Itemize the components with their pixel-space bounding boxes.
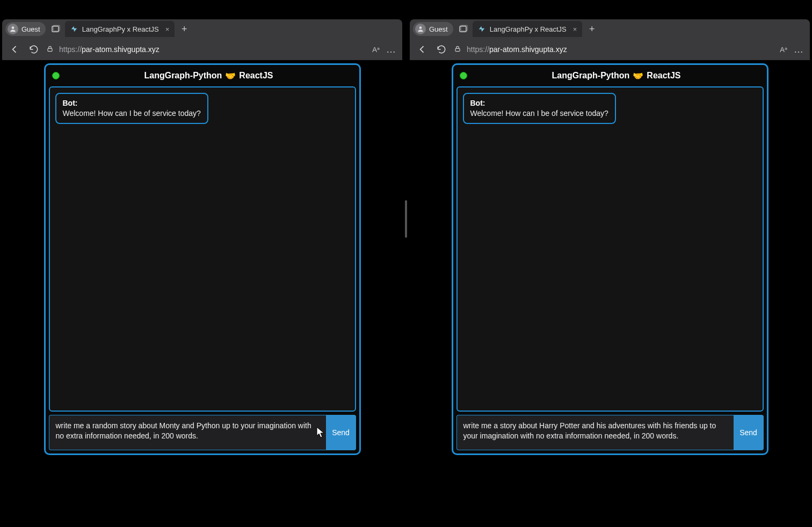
browser-tab[interactable]: LangGraphPy x ReactJS × — [473, 21, 583, 37]
url-host: par-atom.shivgupta.xyz — [489, 45, 567, 54]
address-bar: https://par-atom.shivgupta.xyz Aᵃ … — [2, 39, 402, 60]
back-button[interactable] — [8, 42, 21, 56]
tab-title: LangGraphPy x ReactJS — [490, 25, 567, 33]
tab-overview-button[interactable] — [456, 23, 469, 35]
new-tab-button[interactable]: + — [585, 23, 598, 35]
browser-window-left: Guest LangGraphPy x ReactJS × + — [0, 0, 404, 527]
app-title: LangGraph-Python 🤝 ReactJS — [65, 71, 353, 81]
tab-favicon-icon — [70, 25, 78, 33]
refresh-button[interactable] — [434, 42, 448, 56]
svg-point-0 — [12, 26, 15, 29]
url-scheme: https:// — [59, 45, 82, 54]
chat-message-pane[interactable]: Bot: Welcome! How can I be of service to… — [49, 86, 356, 412]
message-input[interactable] — [456, 415, 734, 450]
message-text: Welcome! How can I be of service today? — [470, 109, 608, 118]
lock-icon — [46, 45, 55, 54]
status-dot-icon — [460, 72, 467, 79]
send-button[interactable]: Send — [734, 415, 764, 450]
browser-tab[interactable]: LangGraphPy x ReactJS × — [65, 21, 175, 37]
handshake-icon: 🤝 — [633, 71, 643, 81]
address-bar: https://par-atom.shivgupta.xyz Aᵃ … — [410, 39, 810, 60]
more-menu-icon[interactable]: … — [794, 44, 804, 55]
tab-close-icon[interactable]: × — [573, 25, 577, 33]
svg-rect-7 — [455, 48, 460, 51]
new-tab-button[interactable]: + — [178, 23, 191, 35]
profile-label: Guest — [429, 25, 448, 33]
browser-chrome: Guest LangGraphPy x ReactJS × + — [410, 19, 810, 60]
profile-avatar-icon — [8, 24, 18, 34]
composer: Send — [49, 415, 356, 450]
profile-label: Guest — [21, 25, 40, 33]
browser-window-right: Guest LangGraphPy x ReactJS × + — [408, 0, 812, 527]
composer: Send — [456, 415, 764, 450]
svg-point-4 — [419, 26, 422, 29]
chat-app-frame: LangGraph-Python 🤝 ReactJS Bot: Welcome!… — [44, 63, 361, 455]
tab-favicon-icon — [478, 25, 485, 33]
app-titlebar: LangGraph-Python 🤝 ReactJS — [456, 68, 764, 83]
profile-chip[interactable]: Guest — [5, 22, 46, 36]
bot-message-bubble: Bot: Welcome! How can I be of service to… — [55, 93, 208, 124]
tab-close-icon[interactable]: × — [165, 25, 170, 33]
profile-chip[interactable]: Guest — [413, 22, 453, 36]
tab-overview-button[interactable] — [49, 23, 62, 35]
url-display[interactable]: https://par-atom.shivgupta.xyz — [454, 45, 774, 54]
profile-avatar-icon — [415, 24, 426, 34]
url-host: par-atom.shivgupta.xyz — [82, 45, 160, 54]
tab-bar: Guest LangGraphPy x ReactJS × + — [410, 19, 810, 39]
svg-rect-3 — [48, 48, 52, 51]
message-text: Welcome! How can I be of service today? — [63, 109, 201, 118]
message-sender: Bot: — [63, 99, 78, 107]
back-button[interactable] — [415, 42, 429, 56]
lock-icon — [454, 45, 462, 54]
status-dot-icon — [52, 72, 60, 79]
chat-message-pane[interactable]: Bot: Welcome! How can I be of service to… — [456, 86, 764, 412]
tab-bar: Guest LangGraphPy x ReactJS × + — [2, 19, 402, 39]
app-title: LangGraph-Python 🤝 ReactJS — [473, 71, 760, 81]
page-viewport: LangGraph-Python 🤝 ReactJS Bot: Welcome!… — [2, 60, 402, 479]
message-input[interactable] — [49, 415, 326, 450]
url-scheme: https:// — [467, 45, 489, 54]
refresh-button[interactable] — [27, 42, 41, 56]
more-menu-icon[interactable]: … — [386, 44, 397, 55]
handshake-icon: 🤝 — [225, 71, 236, 81]
bot-message-bubble: Bot: Welcome! How can I be of service to… — [463, 93, 616, 124]
browser-chrome: Guest LangGraphPy x ReactJS × + — [2, 19, 402, 60]
url-display[interactable]: https://par-atom.shivgupta.xyz — [46, 45, 367, 54]
tab-title: LangGraphPy x ReactJS — [82, 25, 159, 33]
page-viewport: LangGraph-Python 🤝 ReactJS Bot: Welcome!… — [410, 60, 810, 479]
reader-mode-icon[interactable]: Aᵃ — [372, 46, 380, 54]
reader-mode-icon[interactable]: Aᵃ — [780, 46, 787, 54]
send-button[interactable]: Send — [326, 415, 356, 450]
message-sender: Bot: — [470, 99, 485, 107]
chat-app-frame: LangGraph-Python 🤝 ReactJS Bot: Welcome!… — [452, 63, 769, 455]
app-titlebar: LangGraph-Python 🤝 ReactJS — [49, 68, 356, 83]
